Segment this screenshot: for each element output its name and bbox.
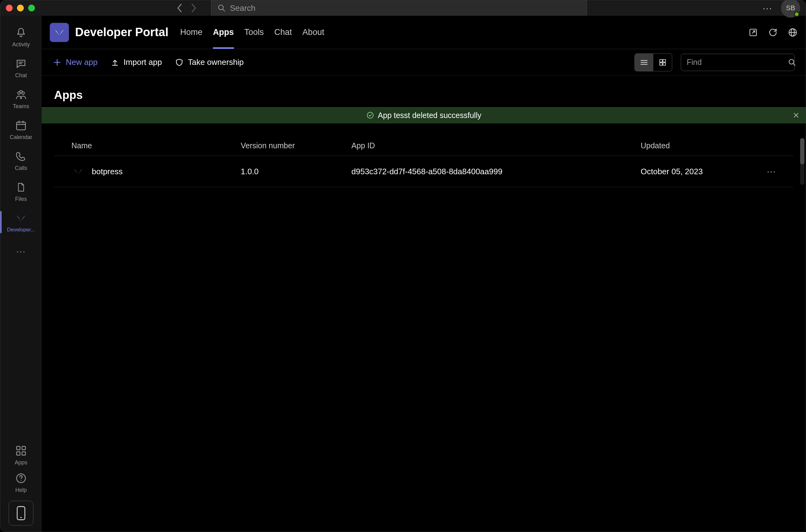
avatar[interactable]: SB xyxy=(781,0,800,18)
titlebar-more-button[interactable]: ··· xyxy=(763,3,772,13)
col-header-appid[interactable]: App ID xyxy=(351,141,641,150)
grid-view-button[interactable] xyxy=(653,54,672,71)
tab-home[interactable]: Home xyxy=(180,16,202,49)
table-header: Name Version number App ID Updated xyxy=(54,136,793,156)
rail-label: Files xyxy=(15,196,27,202)
upload-icon xyxy=(111,58,119,67)
take-ownership-button[interactable]: Take ownership xyxy=(175,57,244,67)
chat-icon xyxy=(14,57,28,71)
apps-icon xyxy=(14,444,28,458)
rail-developer-portal[interactable]: Developer... xyxy=(0,207,42,237)
back-button[interactable] xyxy=(175,4,184,12)
apps-table: Name Version number App ID Updated botpr… xyxy=(42,136,806,187)
rail-teams[interactable]: Teams xyxy=(0,84,42,113)
new-app-label: New app xyxy=(66,57,98,67)
svg-rect-25 xyxy=(660,59,662,62)
rail-label: Chat xyxy=(15,72,27,79)
svg-rect-9 xyxy=(17,446,20,450)
rail-activity[interactable]: Activity xyxy=(0,22,42,52)
search-icon xyxy=(788,58,796,66)
col-header-version[interactable]: Version number xyxy=(241,141,351,150)
developer-portal-logo-icon xyxy=(53,26,65,39)
globe-button[interactable] xyxy=(788,27,798,37)
mobile-icon xyxy=(16,506,26,520)
page-body: Apps App tesst deleted successfully Name… xyxy=(42,76,806,532)
find-box[interactable] xyxy=(681,54,794,71)
col-header-name[interactable]: Name xyxy=(71,141,241,150)
window-controls xyxy=(6,5,35,12)
phone-icon xyxy=(14,150,28,163)
table-row[interactable]: botpress 1.0.0 d953c372-dd7f-4568-a508-8… xyxy=(54,156,793,187)
search-icon xyxy=(218,4,226,12)
file-icon xyxy=(14,180,28,194)
col-header-updated[interactable]: Updated xyxy=(641,141,776,150)
rail-more-button[interactable]: ··· xyxy=(16,242,26,261)
tab-apps[interactable]: Apps xyxy=(213,16,234,49)
app-tabs: Home Apps Tools Chat About xyxy=(180,16,324,49)
plus-icon xyxy=(53,58,61,67)
app-header: Developer Portal Home Apps Tools Chat Ab… xyxy=(42,16,806,49)
rail-label: Developer... xyxy=(7,227,35,233)
list-view-button[interactable] xyxy=(635,54,653,71)
rail-files[interactable]: Files xyxy=(0,176,42,206)
popout-button[interactable] xyxy=(748,27,758,37)
grid-icon xyxy=(658,58,667,67)
row-more-button[interactable]: ··· xyxy=(767,167,776,176)
search-input[interactable] xyxy=(230,3,580,13)
developer-portal-icon xyxy=(14,211,28,225)
rail-label: Calls xyxy=(15,165,27,171)
app-rail: Activity Chat Teams Calendar Calls xyxy=(0,16,42,532)
rail-help[interactable]: Help xyxy=(8,470,33,495)
close-notification-button[interactable] xyxy=(793,112,800,119)
import-app-label: Import app xyxy=(124,57,162,67)
find-input[interactable] xyxy=(687,58,784,67)
rail-apps[interactable]: Apps xyxy=(0,441,42,469)
svg-rect-26 xyxy=(663,59,666,62)
rail-label: Calendar xyxy=(10,134,32,140)
rail-calendar[interactable]: Calendar xyxy=(0,115,42,144)
content-area: Developer Portal Home Apps Tools Chat Ab… xyxy=(42,16,806,532)
svg-point-31 xyxy=(367,112,373,118)
svg-rect-27 xyxy=(660,63,662,65)
help-icon xyxy=(14,472,28,485)
toolbar: New app Import app Take ownership xyxy=(42,49,806,76)
rail-mobile-device[interactable] xyxy=(8,501,33,526)
rail-label: Help xyxy=(15,487,26,493)
app-name: botpress xyxy=(92,167,123,176)
minimize-window[interactable] xyxy=(17,5,24,12)
svg-point-4 xyxy=(20,90,22,93)
svg-line-1 xyxy=(223,9,225,11)
svg-rect-5 xyxy=(17,122,26,130)
take-ownership-label: Take ownership xyxy=(188,57,244,67)
tab-about[interactable]: About xyxy=(303,16,324,49)
page-title: Developer Portal xyxy=(75,26,168,39)
new-app-button[interactable]: New app xyxy=(53,57,98,67)
view-toggle xyxy=(635,54,672,71)
app-version: 1.0.0 xyxy=(241,167,351,176)
scrollbar-thumb[interactable] xyxy=(800,138,804,164)
success-notification: App tesst deleted successfully xyxy=(42,107,806,123)
presence-indicator xyxy=(794,12,800,17)
forward-button[interactable] xyxy=(189,4,198,12)
tab-tools[interactable]: Tools xyxy=(244,16,264,49)
tab-chat[interactable]: Chat xyxy=(275,16,292,49)
svg-rect-28 xyxy=(663,63,666,65)
rail-label: Activity xyxy=(12,41,30,48)
svg-point-15 xyxy=(20,517,22,518)
rail-chat[interactable]: Chat xyxy=(0,53,42,82)
app-id: d953c372-dd7f-4568-a508-8da8400aa999 xyxy=(351,167,641,176)
maximize-window[interactable] xyxy=(28,5,35,12)
scrollbar[interactable] xyxy=(800,138,804,185)
close-window[interactable] xyxy=(6,5,13,12)
svg-line-30 xyxy=(793,63,795,65)
section-title: Apps xyxy=(42,82,806,107)
refresh-button[interactable] xyxy=(768,27,778,37)
import-app-button[interactable]: Import app xyxy=(111,57,162,67)
rail-calls[interactable]: Calls xyxy=(0,146,42,175)
teams-icon xyxy=(14,88,28,101)
calendar-icon xyxy=(14,119,28,132)
global-search[interactable] xyxy=(211,0,587,17)
list-icon xyxy=(639,58,649,67)
svg-rect-11 xyxy=(17,452,20,455)
close-icon xyxy=(793,112,800,119)
